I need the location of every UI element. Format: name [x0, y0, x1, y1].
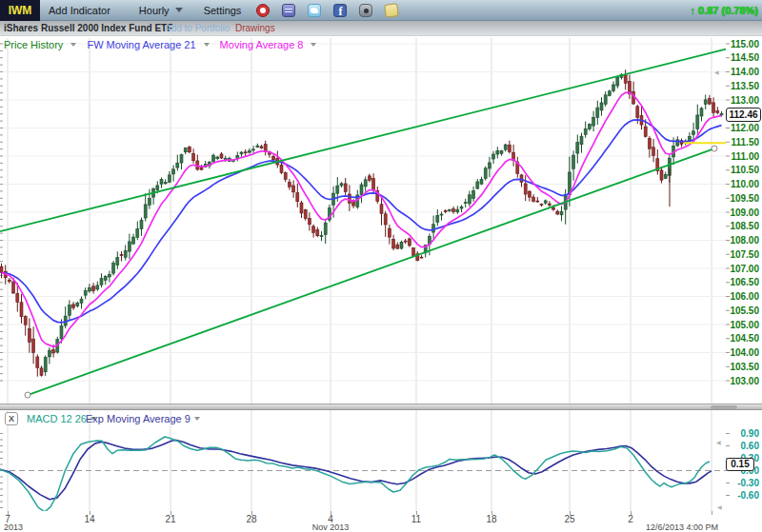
- alarm-clock-icon[interactable]: [256, 4, 270, 17]
- time-axis[interactable]: 7142128411182522013Nov 201312/6/2013 4:0…: [0, 511, 762, 532]
- charting-app-window: IWM Add Indicator Hourly Settings ↑ 0.87…: [0, 0, 762, 532]
- panel-splitter[interactable]: [0, 404, 762, 410]
- legend-ma21[interactable]: FW Moving Average 21: [87, 39, 195, 50]
- facebook-icon[interactable]: [333, 4, 347, 17]
- legend-price-history[interactable]: Price History: [4, 39, 63, 50]
- axis-resize-marker[interactable]: ◀: [714, 69, 719, 75]
- time-tick-label: 18: [486, 514, 496, 524]
- price-legend: Price History FW Moving Average 21 Movin…: [4, 39, 316, 50]
- axis-resize-marker[interactable]: ◀: [717, 503, 722, 510]
- top-toolbar: IWM Add Indicator Hourly Settings ↑ 0.87…: [0, 0, 762, 21]
- legend-ma8[interactable]: Moving Average 8: [220, 39, 304, 50]
- time-tick-label: 11: [411, 514, 421, 524]
- close-indicator-button[interactable]: X: [5, 412, 18, 425]
- macd-tick-label: -0.60: [737, 490, 759, 501]
- info-bar: iShares Russell 2000 Index Fund ETF Add …: [0, 21, 762, 36]
- time-subtick-label: 12/6/2013 4:00 PM: [646, 522, 718, 532]
- interval-caret-icon[interactable]: [175, 8, 183, 16]
- macd-tick-label: 0.90: [741, 428, 759, 439]
- settings-button[interactable]: Settings: [204, 5, 242, 16]
- time-tick-label: 2: [628, 514, 633, 524]
- time-tick-label: 25: [564, 514, 574, 524]
- time-tick-label: 28: [246, 514, 256, 524]
- axis-resize-marker[interactable]: ◀: [716, 439, 721, 445]
- last-price-box: 112.46: [726, 108, 761, 122]
- macd-header: X MACD 12 26 Exp Moving Average 9: [0, 410, 726, 427]
- add-to-portfolio-link[interactable]: Add to Portfolio: [165, 23, 230, 33]
- instrument-title: iShares Russell 2000 Index Fund ETF: [4, 23, 172, 33]
- time-tick-label: 14: [84, 514, 94, 524]
- splitter-scroll-thumb[interactable]: [711, 405, 737, 409]
- add-indicator-button[interactable]: Add Indicator: [49, 5, 110, 16]
- notes-icon[interactable]: [385, 3, 399, 17]
- chevron-down-icon[interactable]: [204, 43, 210, 49]
- symbol-badge[interactable]: IWM: [0, 0, 40, 21]
- time-subtick-label: 2013: [4, 522, 23, 532]
- drawings-link[interactable]: Drawings: [235, 23, 275, 33]
- macd-tick-label: -0.30: [737, 478, 759, 488]
- signal-label[interactable]: Exp Moving Average 9: [86, 413, 200, 424]
- chevron-down-icon[interactable]: [70, 43, 76, 49]
- last-macd-box: 0.15: [726, 458, 754, 471]
- time-tickmark: [712, 511, 712, 515]
- up-arrow-icon: ↑: [690, 5, 695, 16]
- interval-select[interactable]: Hourly: [139, 5, 170, 16]
- chevron-down-icon[interactable]: [311, 43, 316, 49]
- chevron-down-icon[interactable]: [194, 417, 200, 424]
- time-tick-label: 21: [165, 514, 175, 524]
- time-subtick-label: Nov 2013: [312, 522, 350, 532]
- macd-tick-label: 0.60: [741, 441, 759, 451]
- twitter-icon[interactable]: [308, 4, 321, 17]
- price-chart-canvas[interactable]: [0, 36, 762, 404]
- macd-axis[interactable]: 0.900.600.300.00-0.30-0.60: [726, 0, 762, 532]
- database-icon[interactable]: [282, 4, 295, 17]
- camera-icon[interactable]: [359, 4, 372, 17]
